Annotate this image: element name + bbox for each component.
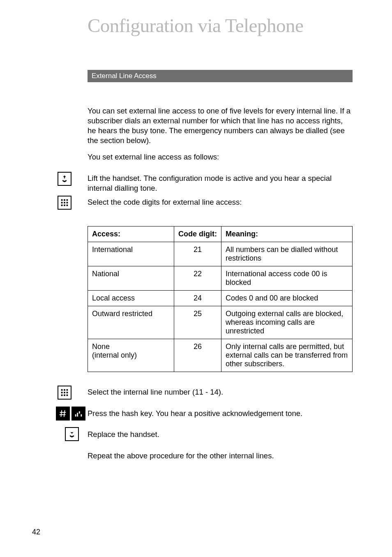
cell-meaning: International access code 00 is blocked: [221, 266, 353, 291]
hash-ack-icon-row: [56, 407, 85, 421]
lead-paragraph: You set external line access as follows:: [88, 152, 353, 162]
th-meaning: Meaning:: [221, 226, 353, 242]
step-repeat: Repeat the above procedure for the other…: [88, 451, 353, 461]
lift-handset-icon: [58, 172, 71, 186]
svg-rect-0: [61, 199, 63, 201]
keypad-icon: [58, 386, 71, 400]
svg-rect-19: [77, 413, 78, 416]
table-row: Outward restricted 25 Outgoing external …: [88, 306, 353, 339]
step-lift-handset: Lift the handset. The configuration mode…: [88, 173, 353, 193]
section-header-label: External Line Access: [92, 72, 157, 80]
cell-code: 25: [174, 306, 221, 339]
svg-rect-11: [67, 389, 68, 391]
th-access: Access:: [88, 226, 174, 242]
svg-rect-20: [79, 411, 80, 414]
step-replace-handset: Replace the handset.: [88, 430, 353, 439]
svg-rect-12: [61, 392, 63, 393]
svg-rect-8: [67, 205, 68, 206]
svg-rect-3: [61, 202, 63, 203]
table-row: Local access 24 Codes 0 and 00 are block…: [88, 291, 353, 306]
cell-code: 22: [174, 266, 221, 291]
access-table: Access: Code digit: Meaning: Internation…: [88, 226, 353, 372]
table-row: International 21 All numbers can be dial…: [88, 242, 353, 266]
th-code: Code digit:: [174, 226, 221, 242]
svg-rect-1: [64, 199, 65, 201]
step-select-code: Select the code digits for external line…: [88, 197, 353, 207]
cell-access: None (internal only): [88, 339, 174, 372]
step-select-line: Select the internal line number (11 - 14…: [88, 387, 353, 397]
table-row: National 22 International access code 00…: [88, 266, 353, 291]
page-number: 42: [32, 528, 40, 536]
cell-meaning: All numbers can be dialled without restr…: [221, 242, 353, 266]
cell-access: Outward restricted: [88, 306, 174, 339]
cell-code: 24: [174, 291, 221, 306]
svg-rect-10: [64, 389, 65, 391]
page-title: Configuration via Telephone: [88, 14, 303, 37]
section-header-bar: External Line Access: [88, 70, 353, 82]
svg-rect-16: [64, 395, 65, 396]
replace-handset-icon: [65, 427, 79, 441]
svg-rect-4: [64, 202, 65, 203]
cell-access: International: [88, 242, 174, 266]
cell-access: National: [88, 266, 174, 291]
svg-rect-7: [64, 205, 65, 206]
svg-rect-2: [67, 199, 68, 201]
cell-access: Local access: [88, 291, 174, 306]
svg-rect-6: [61, 205, 63, 206]
ack-tone-icon: [71, 407, 85, 421]
step-press-hash: Press the hash key. You hear a positive …: [88, 409, 353, 418]
cell-meaning: Only internal calls are permitted, but e…: [221, 339, 353, 372]
svg-rect-17: [67, 395, 68, 396]
keypad-icon: [58, 196, 71, 210]
svg-rect-15: [61, 395, 63, 396]
table-row: None (internal only) 26 Only internal ca…: [88, 339, 353, 372]
cell-meaning: Outgoing external calls are blocked, whe…: [221, 306, 353, 339]
table-header-row: Access: Code digit: Meaning:: [88, 226, 353, 242]
svg-rect-14: [67, 392, 68, 393]
hash-key-icon: [56, 407, 70, 421]
svg-rect-9: [61, 389, 63, 391]
svg-rect-18: [75, 414, 76, 417]
svg-rect-13: [64, 392, 65, 393]
cell-code: 26: [174, 339, 221, 372]
intro-paragraph: You can set external line access to one …: [88, 106, 353, 146]
cell-code: 21: [174, 242, 221, 266]
svg-rect-21: [81, 414, 82, 417]
cell-meaning: Codes 0 and 00 are blocked: [221, 291, 353, 306]
svg-rect-5: [67, 202, 68, 203]
